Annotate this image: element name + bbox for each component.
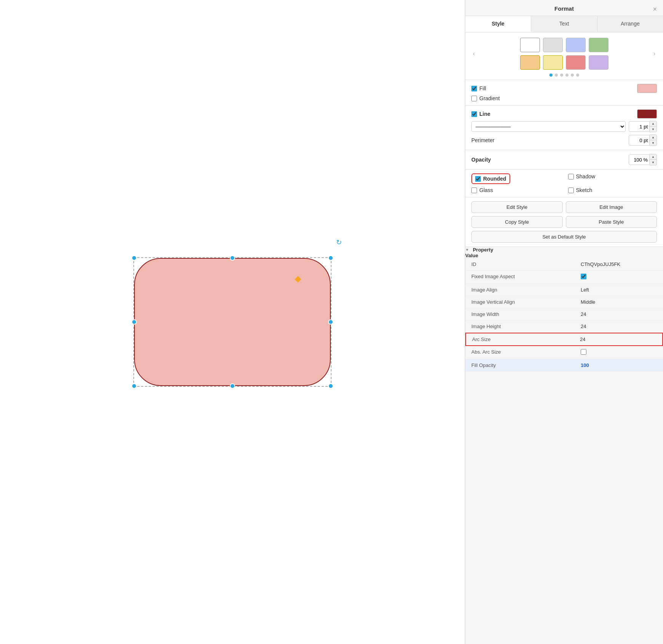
handle-bottom-left[interactable] xyxy=(131,383,137,389)
tab-text[interactable]: Text xyxy=(531,16,597,32)
copy-style-button[interactable]: Copy Style xyxy=(471,216,563,228)
arc-size-handle[interactable] xyxy=(295,276,301,283)
dot-1[interactable] xyxy=(555,74,558,77)
swatch-purple[interactable] xyxy=(589,55,609,70)
canvas-area: ↻ xyxy=(0,0,465,644)
shadow-checkbox-wrapper: Shadow xyxy=(568,173,657,184)
handle-top-left[interactable] xyxy=(131,255,137,261)
swatch-blue[interactable] xyxy=(566,38,586,52)
prop-name-8: Fill Opacity xyxy=(471,362,581,368)
shadow-label[interactable]: Shadow xyxy=(568,173,657,179)
col-header-property: ▼ Property xyxy=(465,247,663,253)
swatch-gray[interactable] xyxy=(543,38,563,52)
glass-checkbox[interactable] xyxy=(471,187,477,193)
line-width-up[interactable]: ▲ xyxy=(650,121,657,127)
swatch-yellow[interactable] xyxy=(543,55,563,70)
fill-row: Fill xyxy=(471,84,657,93)
line-width-input: ▲ ▼ xyxy=(629,121,657,132)
swatch-white[interactable] xyxy=(520,38,540,52)
prop-value-4: 24 xyxy=(581,311,657,317)
swatches-prev-arrow[interactable]: ‹ xyxy=(471,49,476,59)
perimeter-field[interactable] xyxy=(629,135,650,146)
line-width-spinners: ▲ ▼ xyxy=(650,121,657,132)
rotate-handle[interactable]: ↻ xyxy=(336,238,343,245)
prop-checkbox-1[interactable] xyxy=(581,274,586,279)
line-color-swatch[interactable] xyxy=(637,109,657,119)
fill-checkbox[interactable] xyxy=(471,86,477,91)
prop-name-1: Fixed Image Aspect xyxy=(471,274,581,280)
opacity-down[interactable]: ▼ xyxy=(650,160,657,165)
close-button[interactable]: × xyxy=(653,5,657,13)
rounded-checkbox[interactable] xyxy=(475,176,481,182)
panel-title: Format xyxy=(554,5,574,12)
handle-bottom-right[interactable] xyxy=(328,383,333,389)
btn-row-1: Edit Style Edit Image xyxy=(471,201,657,213)
prop-value-0: CThQVpoJUJ5FK xyxy=(581,261,657,267)
prop-name-3: Image Vertical Align xyxy=(471,299,581,305)
sketch-checkbox-wrapper: Sketch xyxy=(568,187,657,193)
swatches-dots xyxy=(471,74,657,77)
line-style-row: ────────── - - - - - - · · · · · · ▲ ▼ xyxy=(471,121,657,132)
line-checkbox-label[interactable]: Line xyxy=(471,111,490,117)
perimeter-down[interactable]: ▼ xyxy=(650,140,657,146)
property-row-8: Fill Opacity100 xyxy=(465,359,663,372)
gradient-checkbox[interactable] xyxy=(471,96,477,101)
prop-value-8: 100 xyxy=(581,362,657,368)
prop-name-5: Image Height xyxy=(471,324,581,329)
handle-middle-right[interactable] xyxy=(328,319,333,325)
property-row-2: Image AlignLeft xyxy=(465,284,663,296)
paste-style-button[interactable]: Paste Style xyxy=(566,216,657,228)
property-row-1: Fixed Image Aspect xyxy=(465,271,663,284)
rounded-rectangle-shape[interactable] xyxy=(134,258,331,386)
prop-checkbox-7[interactable] xyxy=(581,349,586,355)
swatch-orange[interactable] xyxy=(520,55,540,70)
prop-value-7[interactable] xyxy=(581,349,657,356)
glass-label[interactable]: Glass xyxy=(471,187,561,193)
tab-arrange[interactable]: Arrange xyxy=(597,16,663,32)
prop-value-3: Middle xyxy=(581,299,657,305)
dot-0[interactable] xyxy=(549,74,552,77)
opacity-up[interactable]: ▲ xyxy=(650,154,657,160)
fill-checkbox-label[interactable]: Fill xyxy=(471,85,486,91)
swatch-red[interactable] xyxy=(566,55,586,70)
line-width-field[interactable] xyxy=(629,121,650,132)
handle-top-middle[interactable] xyxy=(230,255,235,261)
swatches-next-arrow[interactable]: › xyxy=(652,49,657,59)
shadow-checkbox[interactable] xyxy=(568,174,574,179)
line-row: Line xyxy=(471,109,657,119)
dot-3[interactable] xyxy=(565,74,569,77)
rounded-label[interactable]: Rounded xyxy=(475,176,506,182)
perimeter-up[interactable]: ▲ xyxy=(650,135,657,140)
property-row-0: IDCThQVpoJUJ5FK xyxy=(465,258,663,271)
swatch-green[interactable] xyxy=(589,38,609,52)
tabs-row: Style Text Arrange xyxy=(465,16,663,32)
swatches-nav: ‹ › xyxy=(471,38,657,70)
edit-style-button[interactable]: Edit Style xyxy=(471,201,563,213)
prop-name-2: Image Align xyxy=(471,287,581,293)
edit-image-button[interactable]: Edit Image xyxy=(566,201,657,213)
panel-header: Format × xyxy=(465,0,663,16)
set-default-style-button[interactable]: Set as Default Style xyxy=(471,231,657,243)
line-width-down[interactable]: ▼ xyxy=(650,127,657,132)
prop-value-1[interactable] xyxy=(581,274,657,280)
dot-4[interactable] xyxy=(571,74,574,77)
opacity-spinners: ▲ ▼ xyxy=(650,154,657,165)
fill-color-swatch[interactable] xyxy=(637,84,657,93)
sketch-label[interactable]: Sketch xyxy=(568,187,657,193)
opacity-section: Opacity ▲ ▼ xyxy=(465,150,663,170)
prop-value-5: 24 xyxy=(581,324,657,329)
dot-2[interactable] xyxy=(560,74,563,77)
checkboxes-section: Rounded Shadow Glass Sketch xyxy=(465,170,663,197)
sketch-checkbox[interactable] xyxy=(568,187,574,193)
gradient-checkbox-label[interactable]: Gradient xyxy=(471,95,500,101)
line-section: Line ────────── - - - - - - · · · · · · … xyxy=(465,106,663,150)
handle-bottom-middle[interactable] xyxy=(230,383,235,389)
handle-top-right[interactable] xyxy=(328,255,333,261)
dot-5[interactable] xyxy=(576,74,579,77)
line-checkbox[interactable] xyxy=(471,111,477,117)
line-style-select[interactable]: ────────── - - - - - - · · · · · · xyxy=(471,121,626,132)
handle-middle-left[interactable] xyxy=(131,319,137,325)
opacity-field[interactable] xyxy=(629,154,650,165)
btn-row-2: Copy Style Paste Style xyxy=(471,216,657,228)
tab-style[interactable]: Style xyxy=(465,16,531,32)
